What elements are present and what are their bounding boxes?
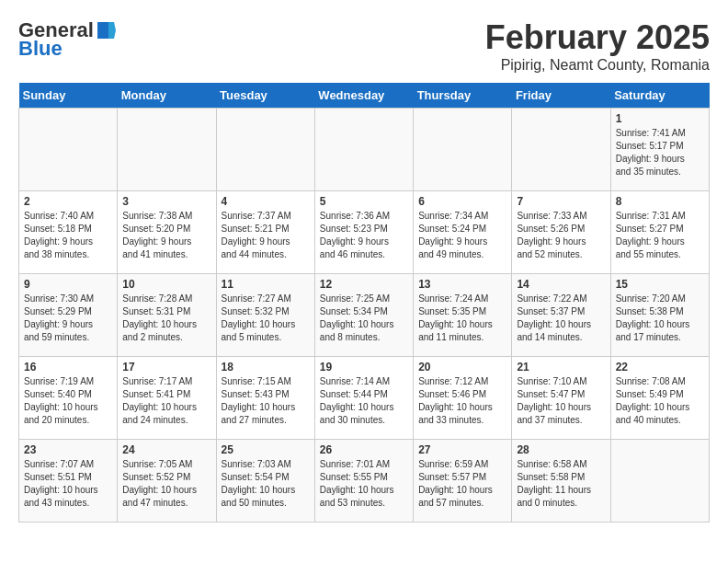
day-info: Sunrise: 7:03 AM Sunset: 5:54 PM Dayligh… (222, 458, 310, 510)
calendar-cell: 3Sunrise: 7:38 AM Sunset: 5:20 PM Daylig… (118, 191, 216, 274)
calendar-cell: 10Sunrise: 7:28 AM Sunset: 5:31 PM Dayli… (118, 274, 216, 357)
calendar-cell: 15Sunrise: 7:20 AM Sunset: 5:38 PM Dayli… (610, 274, 709, 357)
calendar-cell: 9Sunrise: 7:30 AM Sunset: 5:29 PM Daylig… (19, 274, 118, 357)
calendar-cell: 24Sunrise: 7:05 AM Sunset: 5:52 PM Dayli… (118, 440, 216, 523)
calendar-cell: 20Sunrise: 7:12 AM Sunset: 5:46 PM Dayli… (414, 357, 512, 440)
day-number: 1 (616, 112, 704, 125)
calendar-week-row: 9Sunrise: 7:30 AM Sunset: 5:29 PM Daylig… (19, 274, 710, 357)
logo-blue: Blue (18, 37, 63, 61)
calendar-cell: 22Sunrise: 7:08 AM Sunset: 5:49 PM Dayli… (610, 357, 709, 440)
day-number: 17 (122, 361, 210, 373)
calendar-cell: 17Sunrise: 7:17 AM Sunset: 5:41 PM Dayli… (118, 357, 216, 440)
day-number: 25 (222, 443, 310, 456)
calendar-cell: 12Sunrise: 7:25 AM Sunset: 5:34 PM Dayli… (314, 274, 413, 357)
calendar-cell: 23Sunrise: 7:07 AM Sunset: 5:51 PM Dayli… (19, 440, 118, 523)
day-number: 4 (222, 195, 310, 208)
day-info: Sunrise: 7:30 AM Sunset: 5:29 PM Dayligh… (24, 293, 112, 344)
calendar-day-header: Wednesday (314, 83, 413, 109)
day-info: Sunrise: 7:22 AM Sunset: 5:37 PM Dayligh… (517, 293, 605, 344)
day-number: 2 (24, 195, 112, 208)
day-number: 6 (418, 195, 506, 208)
day-number: 23 (24, 443, 112, 456)
day-info: Sunrise: 7:40 AM Sunset: 5:18 PM Dayligh… (24, 210, 112, 261)
day-number: 19 (320, 361, 408, 373)
day-info: Sunrise: 7:01 AM Sunset: 5:55 PM Dayligh… (320, 458, 408, 510)
day-number: 10 (122, 278, 210, 291)
day-info: Sunrise: 7:36 AM Sunset: 5:23 PM Dayligh… (320, 210, 408, 261)
calendar-cell: 16Sunrise: 7:19 AM Sunset: 5:40 PM Dayli… (19, 357, 118, 440)
day-info: Sunrise: 7:27 AM Sunset: 5:32 PM Dayligh… (222, 293, 310, 344)
day-info: Sunrise: 7:38 AM Sunset: 5:20 PM Dayligh… (122, 210, 210, 261)
day-info: Sunrise: 7:19 AM Sunset: 5:40 PM Dayligh… (24, 375, 112, 427)
calendar-cell (19, 109, 118, 191)
calendar-day-header: Friday (512, 83, 610, 109)
day-info: Sunrise: 7:28 AM Sunset: 5:31 PM Dayligh… (122, 293, 210, 344)
day-number: 7 (517, 195, 605, 208)
day-info: Sunrise: 7:05 AM Sunset: 5:52 PM Dayligh… (122, 458, 210, 510)
calendar-week-row: 23Sunrise: 7:07 AM Sunset: 5:51 PM Dayli… (19, 440, 710, 523)
calendar-cell (610, 440, 709, 523)
day-info: Sunrise: 7:17 AM Sunset: 5:41 PM Dayligh… (122, 375, 210, 427)
logo: General Blue (18, 18, 118, 61)
calendar-day-header: Tuesday (216, 83, 314, 109)
calendar-cell: 21Sunrise: 7:10 AM Sunset: 5:47 PM Dayli… (512, 357, 610, 440)
day-info: Sunrise: 6:59 AM Sunset: 5:57 PM Dayligh… (418, 458, 506, 510)
calendar-cell: 27Sunrise: 6:59 AM Sunset: 5:57 PM Dayli… (414, 440, 512, 523)
day-number: 3 (122, 195, 210, 208)
calendar-cell: 18Sunrise: 7:15 AM Sunset: 5:43 PM Dayli… (216, 357, 314, 440)
day-info: Sunrise: 7:07 AM Sunset: 5:51 PM Dayligh… (24, 458, 112, 510)
day-number: 5 (320, 195, 408, 208)
day-info: Sunrise: 7:14 AM Sunset: 5:44 PM Dayligh… (320, 375, 408, 427)
day-info: Sunrise: 7:37 AM Sunset: 5:21 PM Dayligh… (222, 210, 310, 261)
day-info: Sunrise: 7:15 AM Sunset: 5:43 PM Dayligh… (222, 375, 310, 427)
calendar-day-header: Thursday (414, 83, 512, 109)
calendar-cell: 7Sunrise: 7:33 AM Sunset: 5:26 PM Daylig… (512, 191, 610, 274)
page-header: General Blue February 2025 Pipirig, Neam… (18, 18, 710, 74)
calendar-cell: 4Sunrise: 7:37 AM Sunset: 5:21 PM Daylig… (216, 191, 314, 274)
day-number: 13 (418, 278, 506, 291)
calendar-week-row: 1Sunrise: 7:41 AM Sunset: 5:17 PM Daylig… (19, 109, 710, 191)
calendar-cell: 1Sunrise: 7:41 AM Sunset: 5:17 PM Daylig… (610, 109, 709, 191)
svg-marker-1 (108, 22, 116, 39)
day-number: 8 (616, 195, 704, 208)
calendar-week-row: 2Sunrise: 7:40 AM Sunset: 5:18 PM Daylig… (19, 191, 710, 274)
day-number: 21 (517, 361, 605, 373)
day-number: 12 (320, 278, 408, 291)
day-number: 14 (517, 278, 605, 291)
calendar-cell (118, 109, 216, 191)
day-info: Sunrise: 7:20 AM Sunset: 5:38 PM Dayligh… (616, 293, 704, 344)
calendar-cell: 2Sunrise: 7:40 AM Sunset: 5:18 PM Daylig… (19, 191, 118, 274)
day-number: 24 (122, 443, 210, 456)
day-number: 15 (616, 278, 704, 291)
calendar-day-header: Monday (118, 83, 216, 109)
day-info: Sunrise: 7:41 AM Sunset: 5:17 PM Dayligh… (616, 127, 704, 178)
calendar-cell: 26Sunrise: 7:01 AM Sunset: 5:55 PM Dayli… (314, 440, 413, 523)
day-info: Sunrise: 7:34 AM Sunset: 5:24 PM Dayligh… (418, 210, 506, 261)
calendar-day-header: Sunday (19, 83, 118, 109)
calendar-week-row: 16Sunrise: 7:19 AM Sunset: 5:40 PM Dayli… (19, 357, 710, 440)
day-number: 9 (24, 278, 112, 291)
calendar-cell: 28Sunrise: 6:58 AM Sunset: 5:58 PM Dayli… (512, 440, 610, 523)
day-number: 18 (222, 361, 310, 373)
calendar-cell: 5Sunrise: 7:36 AM Sunset: 5:23 PM Daylig… (314, 191, 413, 274)
location: Pipirig, Neamt County, Romania (485, 57, 710, 74)
day-info: Sunrise: 6:58 AM Sunset: 5:58 PM Dayligh… (517, 458, 605, 510)
title-block: February 2025 Pipirig, Neamt County, Rom… (485, 18, 710, 74)
day-info: Sunrise: 7:08 AM Sunset: 5:49 PM Dayligh… (616, 375, 704, 427)
day-info: Sunrise: 7:25 AM Sunset: 5:34 PM Dayligh… (320, 293, 408, 344)
day-info: Sunrise: 7:10 AM Sunset: 5:47 PM Dayligh… (517, 375, 605, 427)
day-info: Sunrise: 7:24 AM Sunset: 5:35 PM Dayligh… (418, 293, 506, 344)
calendar-header-row: SundayMondayTuesdayWednesdayThursdayFrid… (19, 83, 710, 109)
calendar-cell: 6Sunrise: 7:34 AM Sunset: 5:24 PM Daylig… (414, 191, 512, 274)
day-number: 26 (320, 443, 408, 456)
day-number: 27 (418, 443, 506, 456)
calendar-cell (512, 109, 610, 191)
calendar-body: 1Sunrise: 7:41 AM Sunset: 5:17 PM Daylig… (19, 109, 710, 523)
day-number: 28 (517, 443, 605, 456)
calendar-cell: 25Sunrise: 7:03 AM Sunset: 5:54 PM Dayli… (216, 440, 314, 523)
day-number: 11 (222, 278, 310, 291)
calendar-day-header: Saturday (610, 83, 709, 109)
day-info: Sunrise: 7:31 AM Sunset: 5:27 PM Dayligh… (616, 210, 704, 261)
calendar-cell: 19Sunrise: 7:14 AM Sunset: 5:44 PM Dayli… (314, 357, 413, 440)
calendar-cell (414, 109, 512, 191)
